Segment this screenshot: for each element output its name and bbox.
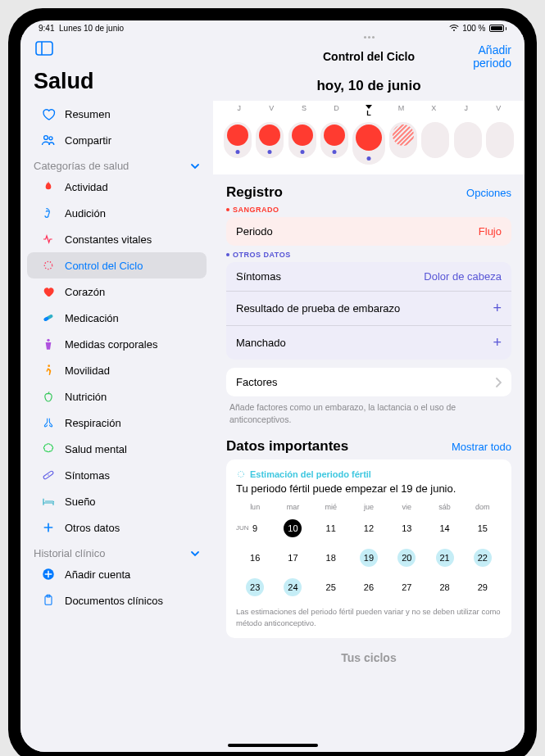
add-period-button[interactable]: Añadir periodo: [438, 43, 511, 70]
cal-cell[interactable]: 13: [388, 516, 425, 541]
sidebar-item-mental[interactable]: Salud mental: [27, 436, 207, 462]
page-title: Control del Ciclo: [300, 50, 438, 63]
sidebar-item-medication[interactable]: Medicación: [27, 305, 207, 331]
sidebar-item-heart[interactable]: Corazón: [27, 278, 207, 305]
sidebar-item-sleep[interactable]: Sueño: [27, 488, 207, 514]
plus-grid-icon: [40, 519, 57, 536]
show-all-button[interactable]: Mostrar todo: [452, 441, 511, 453]
lungs-icon: [40, 414, 57, 431]
cal-cell[interactable]: 21: [425, 545, 463, 570]
week-day-label: J: [223, 104, 256, 117]
sidebar-toggle-button[interactable]: [34, 39, 55, 57]
week-strip[interactable]: JVSDLMXJV: [213, 101, 525, 174]
cycle-day-bubble[interactable]: [389, 122, 417, 158]
status-time: 9:41: [39, 24, 54, 33]
sidebar: Salud Resumen Compartir Categorías de sa…: [20, 34, 213, 752]
sintomas-row[interactable]: Síntomas Dolor de cabeza: [226, 262, 511, 292]
cycle-day-bubble[interactable]: [454, 122, 482, 158]
sidebar-item-body[interactable]: Medidas corporales: [27, 331, 207, 357]
section-label: Categorías de salud: [34, 160, 129, 172]
fertile-window-card[interactable]: Estimación del periodo fértil Tu periodo…: [226, 459, 511, 638]
sidebar-item-cycle[interactable]: Control del Ciclo: [27, 252, 207, 278]
cal-cell[interactable]: 19: [350, 545, 388, 570]
sidebar-item-label: Respiración: [65, 417, 121, 429]
highlight-title: Estimación del periodo fértil: [250, 469, 371, 479]
cal-cell[interactable]: 23: [236, 575, 274, 600]
flame-icon: [40, 179, 57, 195]
manchado-row[interactable]: Manchado +: [226, 326, 511, 360]
embarazo-row[interactable]: Resultado de prueba de embarazo +: [226, 292, 511, 326]
sidebar-item-symptoms[interactable]: Síntomas: [27, 462, 207, 488]
sidebar-item-label: Nutrición: [65, 391, 107, 403]
cal-cell[interactable]: 11: [312, 516, 350, 541]
cal-cell[interactable]: 10: [274, 516, 311, 541]
apple-icon: [40, 388, 57, 405]
sidebar-item-label: Documentos clínicos: [65, 595, 163, 607]
home-indicator[interactable]: [228, 744, 318, 747]
cycle-day-bubble[interactable]: [486, 122, 514, 158]
cal-cell[interactable]: 25: [312, 575, 350, 600]
cycle-day-bubble[interactable]: [320, 122, 348, 158]
cal-cell[interactable]: 9: [236, 516, 274, 541]
sidebar-item-nutrition[interactable]: Nutrición: [27, 383, 207, 410]
row-label: Periodo: [236, 225, 273, 238]
sidebar-item-clinical-docs[interactable]: Documentos clínicos: [27, 587, 207, 613]
cal-cell[interactable]: 12: [350, 516, 388, 541]
svg-point-10: [48, 474, 48, 475]
week-day-label: L: [352, 104, 385, 117]
chevron-right-icon: [495, 378, 502, 387]
otros-label: OTROS DATOS: [226, 251, 511, 259]
cal-cell[interactable]: 17: [274, 545, 311, 570]
cal-cell[interactable]: 22: [464, 545, 502, 570]
cal-cell[interactable]: 18: [312, 545, 350, 570]
plus-icon: +: [493, 300, 502, 317]
sidebar-section-records[interactable]: Historial clínico: [20, 541, 213, 561]
plus-icon: +: [493, 334, 502, 351]
cal-cell[interactable]: 28: [425, 575, 463, 600]
cal-cell[interactable]: 26: [350, 575, 388, 600]
periodo-row[interactable]: Periodo Flujo: [226, 217, 511, 246]
sidebar-item-respiratory[interactable]: Respiración: [27, 410, 207, 436]
section-title: Datos importantes: [226, 438, 348, 455]
cycle-day-bubble[interactable]: [288, 122, 316, 158]
sidebar-item-mobility[interactable]: Movilidad: [27, 357, 207, 383]
sidebar-item-summary[interactable]: Resumen: [27, 101, 207, 127]
sidebar-item-activity[interactable]: Actividad: [27, 174, 207, 200]
svg-rect-0: [36, 42, 52, 55]
cal-cell[interactable]: 16: [236, 545, 274, 570]
sidebar-item-add-account[interactable]: Añadir cuenta: [27, 561, 207, 587]
sidebar-item-other[interactable]: Otros datos: [27, 514, 207, 541]
cal-cell[interactable]: 29: [464, 575, 502, 600]
factores-row[interactable]: Factores: [226, 368, 511, 396]
row-label: Resultado de prueba de embarazo: [236, 302, 400, 315]
clipboard-icon: [40, 592, 57, 609]
cycle-day-bubble[interactable]: [224, 122, 252, 158]
heart-icon: [40, 106, 57, 122]
section-title: Registro: [226, 184, 283, 201]
cal-cell[interactable]: 20: [388, 545, 425, 570]
sidebar-item-label: Constantes vitales: [65, 233, 152, 246]
sidebar-item-label: Medicación: [65, 312, 119, 324]
cal-cell[interactable]: 15: [464, 516, 502, 541]
sidebar-item-label: Resumen: [65, 108, 111, 120]
sidebar-item-vitals[interactable]: Constantes vitales: [27, 226, 207, 252]
sidebar-section-categories[interactable]: Categorías de salud: [20, 153, 213, 174]
sidebar-item-share[interactable]: Compartir: [27, 127, 207, 153]
cal-day-header: mié: [312, 503, 350, 511]
brain-icon: [40, 441, 57, 457]
week-day-label: V: [256, 104, 288, 117]
cycle-day-bubble[interactable]: [421, 122, 449, 158]
cal-cell[interactable]: 27: [388, 575, 425, 600]
cal-cell[interactable]: 14: [425, 516, 463, 541]
sidebar-item-label: Sueño: [65, 496, 96, 508]
cal-cell[interactable]: 24: [274, 575, 311, 600]
cycle-day-bubble[interactable]: [256, 122, 284, 158]
cycle-day-bubble[interactable]: [352, 122, 385, 165]
week-day-label: M: [385, 104, 418, 117]
week-day-label: D: [320, 104, 353, 117]
svg-point-4: [44, 261, 52, 269]
week-day-label: V: [483, 104, 515, 117]
options-button[interactable]: Opciones: [466, 187, 511, 199]
sidebar-item-hearing[interactable]: Audición: [27, 200, 207, 226]
cal-day-header: lun: [236, 503, 274, 511]
